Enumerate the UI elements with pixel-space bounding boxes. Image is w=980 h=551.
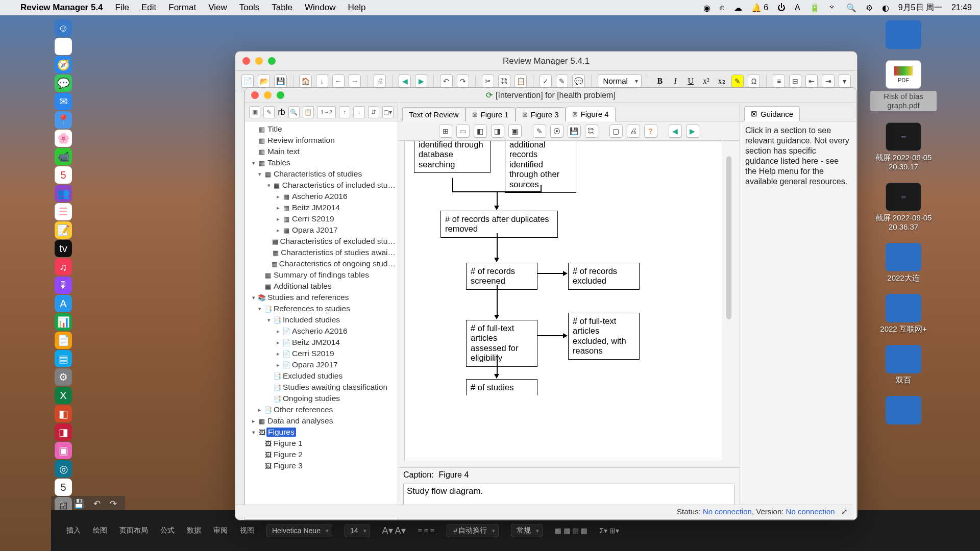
ct-edit[interactable]: ✎ bbox=[533, 124, 546, 138]
comment-icon[interactable]: 💬 bbox=[572, 74, 584, 88]
more-icon[interactable]: ▾ bbox=[839, 74, 851, 88]
dock-appstore[interactable]: A bbox=[55, 295, 72, 312]
outline-tree[interactable]: ▥Title ▥Review information ▥Main text ▾▦… bbox=[245, 121, 398, 519]
close-icon[interactable]: ⊠ bbox=[572, 110, 578, 118]
doc-maximize-button[interactable] bbox=[277, 91, 284, 99]
desktop-shot2[interactable]: ▭截屏 2022-09-05 20.36.37 bbox=[870, 183, 937, 232]
status-resize-icon[interactable]: ⤢ bbox=[841, 507, 848, 516]
ct-note[interactable]: ▢ bbox=[609, 124, 623, 138]
record-icon[interactable]: ◉ bbox=[703, 3, 710, 13]
indent-icon[interactable]: ⇥ bbox=[822, 74, 834, 88]
dock-app6[interactable]: 5 bbox=[55, 479, 72, 496]
menubar-app-name[interactable]: Review Manager 5.4 bbox=[20, 3, 103, 13]
menu-format[interactable]: Format bbox=[168, 3, 196, 13]
notifications-icon[interactable]: 🔔6 bbox=[751, 3, 768, 13]
ct-1[interactable]: ⊞ bbox=[439, 124, 452, 138]
menu-table[interactable]: Table bbox=[272, 3, 292, 13]
subscript-button[interactable]: x₂ bbox=[716, 75, 727, 87]
dock-numbers[interactable]: 📊 bbox=[55, 313, 72, 331]
down-icon[interactable]: ↓ bbox=[316, 74, 328, 88]
wifi-icon[interactable]: ᯤ bbox=[829, 3, 837, 12]
desktop-folder1[interactable]: 2022大连 bbox=[870, 243, 937, 283]
tab-figure-3[interactable]: ⊠Figure 3 bbox=[516, 107, 566, 121]
desktop-folder3[interactable]: 双百 bbox=[870, 345, 937, 385]
desktop-pdf[interactable]: PDF Risk of bias graph.pdf bbox=[870, 60, 937, 111]
doc-close-button[interactable] bbox=[251, 91, 259, 99]
tree-btn-6[interactable]: ↑ bbox=[339, 106, 350, 118]
open-icon[interactable]: 📂 bbox=[258, 74, 270, 88]
dock-pages[interactable]: 📄 bbox=[55, 332, 72, 349]
undo2-icon[interactable]: ↶ bbox=[93, 498, 101, 509]
dock-tv[interactable]: tv bbox=[55, 240, 72, 257]
ct-4[interactable]: ◨ bbox=[491, 124, 504, 138]
tree-btn-5[interactable]: 1→2 bbox=[317, 106, 336, 118]
bi-6[interactable]: 视图 bbox=[240, 526, 254, 535]
dock-app1[interactable]: 📍 bbox=[55, 111, 72, 129]
shortcuts-icon[interactable]: ⌾ bbox=[720, 3, 725, 12]
ct-save[interactable]: 💾 bbox=[568, 124, 581, 138]
cut-icon[interactable]: ✂ bbox=[482, 74, 494, 88]
desktop-folder-blank[interactable] bbox=[870, 20, 937, 49]
desktop-folder2[interactable]: 2022 互联网+ bbox=[870, 294, 937, 334]
search-icon[interactable]: 🔍 bbox=[846, 3, 856, 13]
doc-titlebar[interactable]: ⟳ [Intervention] for [health problem] bbox=[245, 88, 856, 103]
tree-btn-4[interactable]: 📋 bbox=[303, 106, 314, 118]
dock-mail[interactable]: ✉ bbox=[55, 93, 72, 110]
underline-button[interactable]: U bbox=[685, 75, 696, 87]
dock-photos[interactable]: 🌸 bbox=[55, 130, 72, 147]
save-icon[interactable]: 💾 bbox=[274, 74, 286, 88]
window-titlebar[interactable]: Review Manager 5.4.1 bbox=[235, 52, 857, 71]
dock-launchpad[interactable]: ▦ bbox=[55, 38, 72, 55]
tab-figure-4[interactable]: ⊠Figure 4 bbox=[566, 107, 616, 121]
tree-btn-3[interactable]: 🔍 bbox=[288, 106, 300, 118]
close-button[interactable] bbox=[242, 57, 250, 65]
highlight-icon[interactable]: ✎ bbox=[731, 74, 744, 88]
dock-notes[interactable]: 📝 bbox=[55, 221, 72, 239]
status-value[interactable]: No connection bbox=[703, 507, 752, 516]
style-select[interactable]: Normal bbox=[598, 74, 642, 88]
size-select[interactable]: 14 bbox=[345, 524, 370, 537]
tree-btn-8[interactable]: ⇵ bbox=[368, 106, 379, 118]
home-icon[interactable]: ⌂ bbox=[59, 498, 64, 509]
minimize-button[interactable] bbox=[255, 57, 263, 65]
tree-figures[interactable]: ▾🖼Figures bbox=[247, 427, 398, 438]
tab-text-of-review[interactable]: Text of Review bbox=[402, 107, 465, 121]
redo-icon[interactable]: ↷ bbox=[457, 74, 469, 88]
bi-1[interactable]: 绘图 bbox=[93, 526, 107, 535]
dock-keynote[interactable]: ▤ bbox=[55, 350, 72, 367]
menubar-time[interactable]: 21:49 bbox=[951, 3, 972, 12]
menu-file[interactable]: File bbox=[115, 3, 129, 13]
ct-next[interactable]: ▶ bbox=[686, 124, 699, 138]
play-icon[interactable]: ⏻ bbox=[777, 3, 786, 12]
ct-prev[interactable]: ◀ bbox=[669, 124, 682, 138]
font-select[interactable]: Helvetica Neue bbox=[266, 524, 332, 537]
menu-tools[interactable]: Tools bbox=[239, 3, 260, 13]
ct-2[interactable]: ▭ bbox=[456, 124, 470, 138]
save2-icon[interactable]: 💾 bbox=[74, 498, 84, 509]
desktop-folder4[interactable] bbox=[870, 396, 937, 424]
dock-app5[interactable]: ◎ bbox=[55, 460, 72, 478]
style2-select[interactable]: 常规 bbox=[511, 524, 543, 537]
tree-btn-7[interactable]: ↓ bbox=[353, 106, 364, 118]
list-ol-icon[interactable]: ⊟ bbox=[789, 74, 801, 88]
maximize-button[interactable] bbox=[268, 57, 276, 65]
bold-button[interactable]: B bbox=[654, 75, 666, 87]
paste-icon[interactable]: 📋 bbox=[514, 74, 527, 88]
dock-excel[interactable]: X bbox=[55, 387, 72, 404]
dock-app2[interactable]: ◧ bbox=[55, 405, 72, 422]
forward-icon[interactable]: → bbox=[349, 74, 361, 88]
dock-calendar[interactable]: 5 bbox=[55, 166, 72, 184]
italic-button[interactable]: I bbox=[670, 75, 681, 87]
dock-messages[interactable]: 💬 bbox=[55, 74, 72, 92]
dock-finder[interactable]: ☺ bbox=[55, 19, 72, 37]
ct-help[interactable]: ? bbox=[644, 124, 657, 138]
dock-app3[interactable]: ◨ bbox=[55, 423, 72, 441]
bi-2[interactable]: 页面布局 bbox=[119, 526, 148, 535]
bi-3[interactable]: 公式 bbox=[160, 526, 175, 535]
siri-icon[interactable]: ◐ bbox=[882, 3, 889, 13]
print-icon[interactable]: 🖨 bbox=[374, 74, 386, 88]
dock-music[interactable]: ♫ bbox=[55, 258, 72, 276]
close-icon[interactable]: ⊠ bbox=[522, 111, 528, 118]
symbol-icon[interactable]: Ω bbox=[748, 74, 760, 88]
figure-canvas[interactable]: identified through database searching ad… bbox=[398, 141, 740, 467]
